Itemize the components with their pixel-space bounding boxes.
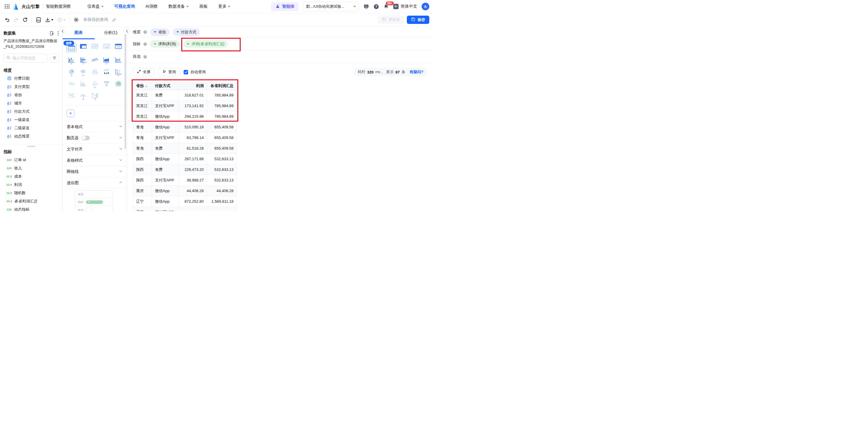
chart-type-waterfall-icon[interactable]: [89, 92, 101, 104]
column-header-付款方式[interactable]: 付款方式: [152, 82, 179, 90]
format-section-迷你图[interactable]: 迷你图: [63, 177, 127, 189]
field-search-input[interactable]: [12, 56, 45, 61]
chart-type-stacked-table-icon[interactable]: [89, 69, 101, 80]
apps-grid-icon[interactable]: [5, 4, 10, 8]
chart-type-radar-icon[interactable]: [113, 80, 124, 92]
measure-chip-求和(各省利润汇总)[interactable]: 求和(各省利润汇总): [183, 40, 228, 48]
save-icon: [411, 17, 415, 23]
column-header-省份[interactable]: 省份↓: [133, 82, 152, 90]
avatar[interactable]: A: [422, 3, 429, 10]
question-link[interactable]: 有疑问?: [409, 69, 423, 75]
tab-图表[interactable]: 图表: [63, 27, 95, 39]
save-as-button[interactable]: 另存为: [378, 15, 404, 24]
switch-dataset-icon[interactable]: [49, 31, 54, 36]
table-cell: 510,095.16: [179, 122, 207, 132]
format-section-基本格式[interactable]: 基本格式: [63, 121, 127, 132]
nav-item-仪表盘[interactable]: 仪表盘: [87, 4, 104, 9]
dimension-field-付款方式[interactable]: A 付款方式: [0, 107, 62, 116]
dimension-chip-省份[interactable]: 省份: [150, 28, 169, 36]
chart-type-line-icon[interactable]: [89, 57, 101, 69]
dimension-field-支付类型[interactable]: A 支付类型: [0, 83, 62, 91]
workspace-selector[interactable]: 默.../UI自动化测试验...: [303, 2, 359, 11]
chart-type-okr-card-icon[interactable]: OKR: [101, 43, 113, 57]
number-field-icon: 12.3: [6, 183, 12, 186]
dimension-field-动态维度[interactable]: A 动态维度: [0, 132, 62, 140]
chart-type-pivot-table-icon[interactable]: [78, 43, 89, 57]
sql-icon[interactable]: SQL: [36, 17, 41, 23]
add-chart-type-button[interactable]: +: [67, 109, 74, 117]
measure-field-随机数[interactable]: 12.3 随机数: [0, 189, 62, 197]
nav-item-数据准备[interactable]: 数据准备: [168, 4, 189, 9]
dimension-field-付费日期[interactable]: 付费日期: [0, 74, 62, 83]
format-section-翻页器[interactable]: 翻页器: [63, 132, 127, 144]
chart-type-histogram-icon[interactable]: [78, 80, 89, 92]
auto-query-toggle[interactable]: 自动查询: [184, 69, 206, 75]
console-icon[interactable]: [364, 4, 369, 9]
chart-type-gauge-icon[interactable]: [78, 92, 89, 104]
collapse-chart-panel-icon[interactable]: [123, 28, 130, 35]
measure-field-成本[interactable]: 12.3 成本: [0, 172, 62, 181]
notifications-bell-icon[interactable]: 99+: [383, 4, 389, 9]
pager-toggle[interactable]: [82, 136, 90, 140]
field-filter-icon[interactable]: [50, 54, 59, 63]
chart-type-sankey-icon[interactable]: [66, 92, 78, 104]
维度-settings-gear-icon[interactable]: [143, 30, 147, 34]
dimension-field-二级渠道[interactable]: A 二级渠道: [0, 124, 62, 132]
nav-item-AI洞察[interactable]: AI洞察: [146, 4, 158, 9]
筛选-settings-gear-icon[interactable]: [143, 55, 147, 59]
chart-type-detail-table-icon[interactable]: [113, 43, 124, 57]
measure-field-动态指标[interactable]: 123 动态指标: [0, 205, 62, 211]
chart-type-line-bar-icon[interactable]: [101, 69, 113, 80]
download-icon[interactable]: [45, 18, 54, 23]
dimension-field-城市[interactable]: A 城市: [0, 99, 62, 107]
chart-type-scatter-icon[interactable]: [113, 69, 124, 80]
chart-type-horizontal-bar-icon[interactable]: [78, 57, 89, 69]
指标-settings-gear-icon[interactable]: [143, 42, 147, 46]
format-section-文字对齐[interactable]: 文字对齐: [63, 144, 127, 155]
chart-type-pie-icon[interactable]: [66, 69, 78, 80]
chart-type-combo-icon[interactable]: [113, 57, 124, 69]
splitter-handle[interactable]: [27, 146, 35, 147]
format-section-表格样式[interactable]: 表格样式: [63, 155, 127, 166]
chart-type-area-icon[interactable]: [101, 57, 113, 69]
format-section-网格线[interactable]: 网格线: [63, 166, 127, 177]
column-header-各省利润汇总[interactable]: 各省利润汇总: [207, 82, 237, 90]
tab-分析(1)[interactable]: 分析(1): [95, 27, 127, 39]
redo-icon[interactable]: [13, 18, 19, 23]
chart-type-kpi-card-icon[interactable]: 2,312: [89, 80, 101, 92]
column-header-利润[interactable]: 利润: [179, 82, 207, 90]
edit-pencil-icon[interactable]: [112, 18, 116, 22]
nav-item-可视化查询[interactable]: 可视化查询: [114, 4, 135, 9]
chart-type-map-icon[interactable]: [78, 69, 89, 80]
language-switcher[interactable]: 中 简体中文: [393, 4, 417, 9]
chart-type-trend-card-icon[interactable]: [89, 43, 101, 57]
query-settings-gear-icon[interactable]: [73, 17, 79, 23]
undo-icon[interactable]: [5, 18, 10, 23]
agent-button[interactable]: 智能体: [271, 2, 299, 11]
diagnose-icon[interactable]: [57, 18, 66, 23]
save-button[interactable]: 保存: [407, 15, 429, 24]
measure-field-各省利润汇总[interactable]: 12.3 各省利润汇总: [0, 197, 62, 205]
chart-type-table-icon[interactable]: 推荐: [66, 43, 78, 57]
help-icon[interactable]: ?: [373, 4, 379, 9]
refresh-icon[interactable]: [23, 17, 28, 23]
auto-query-checkbox[interactable]: [184, 70, 188, 74]
nav-item-画板[interactable]: 画板: [199, 4, 208, 9]
measure-field-订单 id[interactable]: 123 订单 id: [0, 156, 62, 164]
dimension-field-省份[interactable]: A 省份: [0, 91, 62, 99]
chart-type-funnel-icon[interactable]: [101, 80, 113, 92]
nav-item-更多[interactable]: 更多: [218, 4, 230, 9]
dimension-chip-付款方式[interactable]: 付款方式: [173, 28, 200, 36]
chart-panel-scrollbar[interactable]: [125, 31, 126, 149]
measure-field-收入[interactable]: 123 收入: [0, 164, 62, 172]
dataset-more-kebab-icon[interactable]: [58, 31, 59, 36]
fullscreen-button[interactable]: 全屏: [133, 68, 155, 76]
measure-chip-求和(利润)[interactable]: 求和(利润): [150, 40, 180, 48]
collapse-dataset-panel-icon[interactable]: [59, 28, 66, 35]
measure-field-利润[interactable]: 12.3 利润: [0, 181, 62, 189]
table-cell: 微信App: [152, 186, 179, 196]
chart-type-bar-icon[interactable]: [66, 57, 78, 69]
dimension-field-一级渠道[interactable]: A 一级渠道: [0, 116, 62, 124]
chart-type-word-cloud-icon[interactable]: WordCloudWord Cloud: [66, 80, 78, 92]
run-query-button[interactable]: 查询: [158, 68, 180, 76]
